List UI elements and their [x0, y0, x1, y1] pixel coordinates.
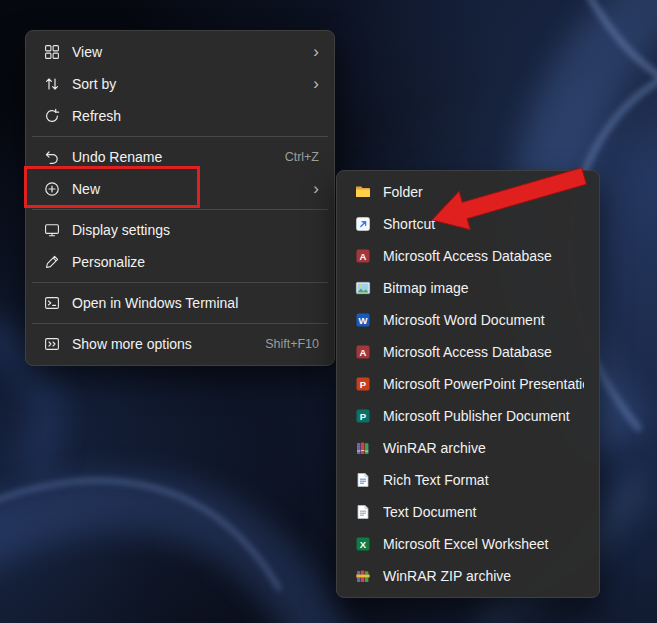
menu-item-label: Undo Rename — [72, 149, 273, 165]
keyboard-shortcut: Ctrl+Z — [285, 150, 319, 164]
menu-item-personalize[interactable]: Personalize — [31, 246, 329, 278]
menu-item-label: Rich Text Format — [383, 472, 584, 488]
menu-item-open-in-windows-terminal[interactable]: Open in Windows Terminal — [31, 287, 329, 319]
menu-item-undo-rename[interactable]: Undo Rename Ctrl+Z — [31, 141, 329, 173]
view-icon — [43, 43, 61, 61]
menu-item-label: WinRAR ZIP archive — [383, 568, 584, 584]
menu-item-new[interactable]: New › — [31, 173, 329, 205]
menu-item-label: Shortcut — [383, 216, 584, 232]
menu-item-rich-text-format[interactable]: Rich Text Format — [342, 464, 594, 496]
menu-item-label: Folder — [383, 184, 584, 200]
winrar-icon — [354, 439, 372, 457]
menu-item-winrar-archive[interactable]: WinRAR archive — [342, 432, 594, 464]
menu-item-label: Microsoft Publisher Document — [383, 408, 584, 424]
publisher-icon — [354, 407, 372, 425]
refresh-icon — [43, 107, 61, 125]
menu-item-shortcut[interactable]: Shortcut — [342, 208, 594, 240]
menu-item-label: Text Document — [383, 504, 584, 520]
menu-item-label: Open in Windows Terminal — [72, 295, 319, 311]
menu-item-label: Sort by — [72, 76, 303, 92]
menu-item-microsoft-excel-worksheet[interactable]: Microsoft Excel Worksheet — [342, 528, 594, 560]
desktop: View › Sort by › Refresh Undo Rename Ctr… — [0, 0, 657, 623]
menu-divider — [32, 136, 328, 137]
menu-item-label: Personalize — [72, 254, 319, 270]
more-icon — [43, 335, 61, 353]
menu-item-text-document[interactable]: Text Document — [342, 496, 594, 528]
menu-item-microsoft-word-document[interactable]: Microsoft Word Document — [342, 304, 594, 336]
menu-item-label: Microsoft Access Database — [383, 248, 584, 264]
menu-item-winrar-zip-archive[interactable]: WinRAR ZIP archive — [342, 560, 594, 592]
bitmap-icon — [354, 279, 372, 297]
menu-item-label: Microsoft Excel Worksheet — [383, 536, 584, 552]
menu-item-microsoft-publisher-document[interactable]: Microsoft Publisher Document — [342, 400, 594, 432]
menu-item-microsoft-access-database[interactable]: Microsoft Access Database — [342, 336, 594, 368]
menu-item-label: Display settings — [72, 222, 319, 238]
access-icon — [354, 343, 372, 361]
display-icon — [43, 221, 61, 239]
personalize-icon — [43, 253, 61, 271]
menu-item-label: WinRAR archive — [383, 440, 584, 456]
shortcut-icon — [354, 215, 372, 233]
new-submenu: Folder Shortcut Microsoft Access Databas… — [336, 170, 600, 598]
sort-icon — [43, 75, 61, 93]
menu-item-bitmap-image[interactable]: Bitmap image — [342, 272, 594, 304]
excel-icon — [354, 535, 372, 553]
chevron-right-icon: › — [313, 43, 319, 60]
desktop-context-menu: View › Sort by › Refresh Undo Rename Ctr… — [25, 30, 335, 366]
access-icon — [354, 247, 372, 265]
menu-item-label: New — [72, 181, 303, 197]
new-icon — [43, 180, 61, 198]
menu-divider — [32, 323, 328, 324]
menu-item-label: Microsoft PowerPoint Presentation — [383, 376, 584, 392]
menu-item-label: View — [72, 44, 303, 60]
menu-item-microsoft-powerpoint-presentation[interactable]: Microsoft PowerPoint Presentation — [342, 368, 594, 400]
menu-divider — [32, 282, 328, 283]
menu-item-label: Microsoft Word Document — [383, 312, 584, 328]
powerpoint-icon — [354, 375, 372, 393]
terminal-icon — [43, 294, 61, 312]
chevron-right-icon: › — [313, 180, 319, 197]
menu-item-show-more-options[interactable]: Show more options Shift+F10 — [31, 328, 329, 360]
chevron-right-icon: › — [313, 75, 319, 92]
menu-item-label: Show more options — [72, 336, 253, 352]
menu-item-label: Microsoft Access Database — [383, 344, 584, 360]
menu-divider — [32, 209, 328, 210]
rtf-icon — [354, 471, 372, 489]
menu-item-display-settings[interactable]: Display settings — [31, 214, 329, 246]
menu-item-label: Bitmap image — [383, 280, 584, 296]
folder-icon — [354, 183, 372, 201]
menu-item-label: Refresh — [72, 108, 319, 124]
keyboard-shortcut: Shift+F10 — [265, 337, 319, 351]
menu-item-refresh[interactable]: Refresh — [31, 100, 329, 132]
menu-item-view[interactable]: View › — [31, 36, 329, 68]
undo-icon — [43, 148, 61, 166]
word-icon — [354, 311, 372, 329]
menu-item-sort-by[interactable]: Sort by › — [31, 68, 329, 100]
menu-item-folder[interactable]: Folder — [342, 176, 594, 208]
zip-icon — [354, 567, 372, 585]
menu-item-microsoft-access-database[interactable]: Microsoft Access Database — [342, 240, 594, 272]
text-icon — [354, 503, 372, 521]
